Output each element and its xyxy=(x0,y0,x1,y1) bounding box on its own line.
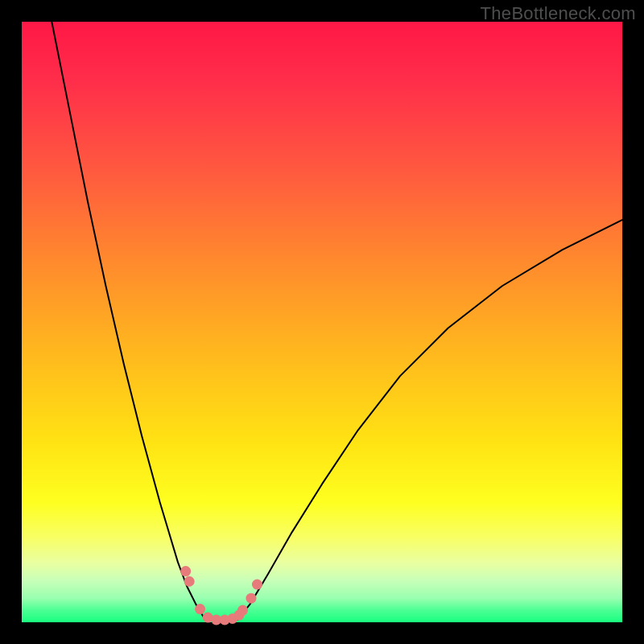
curve-svg xyxy=(22,22,622,622)
watermark-text: TheBottleneck.com xyxy=(481,3,636,24)
plot-area xyxy=(22,22,622,622)
valley-marker xyxy=(246,593,256,604)
valley-marker xyxy=(195,604,205,614)
chart-frame: TheBottleneck.com xyxy=(0,0,644,644)
curve-left-branch xyxy=(52,22,204,619)
valley-marker xyxy=(184,576,195,587)
valley-marker xyxy=(180,566,191,576)
valley-marker xyxy=(237,605,248,616)
valley-marker xyxy=(252,580,262,590)
curve-right-branch xyxy=(238,220,622,619)
